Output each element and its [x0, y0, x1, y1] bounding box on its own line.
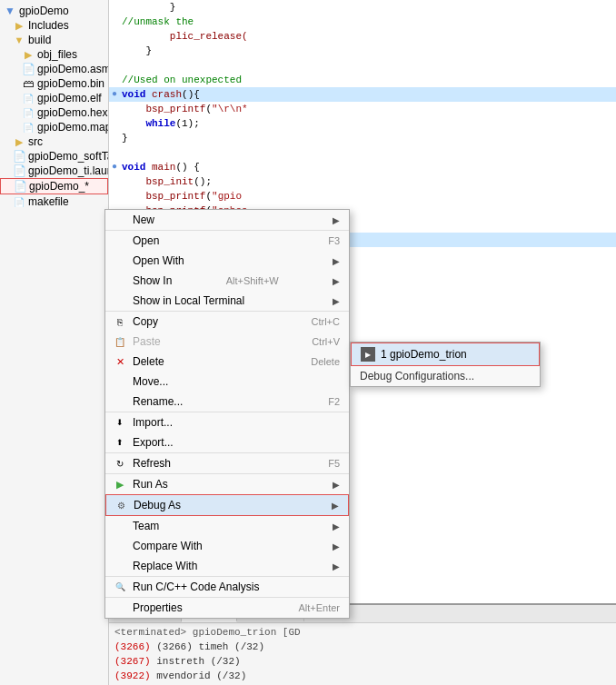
menu-label-rename: Rename...	[133, 395, 183, 408]
tree-item-elf[interactable]: 📄 gpioDemo.elf	[0, 91, 108, 105]
menu-item-replaceWith[interactable]: Replace With ▶	[105, 556, 349, 576]
shortcut-copy: Ctrl+C	[312, 316, 340, 327]
tree-item-src[interactable]: ▶ src	[0, 134, 108, 149]
tree-item-asm[interactable]: 📄 gpioDemo.asm	[0, 62, 108, 76]
tree-item-includes[interactable]: ▶ Includes	[0, 18, 108, 33]
menu-item-paste[interactable]: 📋 Paste Ctrl+V	[105, 332, 349, 352]
line-marker	[109, 44, 120, 58]
menu-item-team[interactable]: Team ▶	[105, 516, 349, 536]
delete-icon: ✕	[113, 354, 127, 369]
line-content: while(1);	[120, 116, 616, 131]
line-marker	[109, 145, 120, 160]
line-marker	[109, 102, 120, 116]
tree-item-map[interactable]: 📄 gpioDemo.map	[0, 120, 108, 134]
menu-item-properties[interactable]: Properties Alt+Enter	[105, 597, 349, 618]
shortcut-delete: Delete	[311, 356, 340, 367]
menu-item-showIn[interactable]: Show In Alt+Shift+W ▶	[105, 271, 349, 291]
tree-item-ti-launch[interactable]: 📄 gpioDemo_ti.launch	[0, 164, 108, 178]
console-num-3: (3922)	[114, 670, 156, 681]
line-content: }	[120, 131, 616, 145]
code-line: bsp_init();	[109, 174, 616, 189]
arrow-icon-showIn: ▶	[333, 276, 340, 286]
menu-label-paste: Paste	[133, 335, 161, 348]
code-line: //Used on unexpected	[109, 73, 616, 87]
debug-as-submenu: ▶ 1 gpioDemo_trion Debug Configurations.…	[350, 342, 541, 387]
line-content-crash: void crash(){	[120, 87, 616, 102]
file-icon-ti2: 📄	[14, 180, 26, 193]
shortcut-properties: Alt+Enter	[298, 602, 340, 613]
tree-item-obj_files[interactable]: ▶ obj_files	[0, 47, 108, 62]
tree-item-gpioDemo[interactable]: ▼ gpioDemo	[0, 4, 108, 18]
tree-item-build[interactable]: ▼ build	[0, 33, 108, 47]
console-text-3: mvendorid (/32)	[156, 670, 246, 681]
code-line: //unmask the	[109, 15, 616, 29]
menu-item-debugAs[interactable]: ⚙ Debug As ▶	[105, 494, 349, 516]
menu-label-cppAnalysis: Run C/C++ Code Analysis	[133, 581, 259, 593]
menu-item-showLocal[interactable]: Show in Local Terminal ▶	[105, 291, 349, 311]
import-icon: ⬇	[113, 415, 127, 430]
menu-item-cppAnalysis[interactable]: 🔍 Run C/C++ Code Analysis	[105, 576, 349, 597]
runAs-icon: ▶	[113, 477, 127, 491]
tree-label-bin: gpioDemo.bin	[37, 77, 104, 90]
arrow-icon-openWith: ▶	[333, 256, 340, 266]
line-content: bsp_printf("gpio	[120, 189, 616, 204]
folder-icon-obj: ▶	[22, 48, 35, 61]
debugAs-icon: ⚙	[114, 498, 128, 512]
line-content-main1: void main() {	[120, 160, 616, 174]
shortcut-open: F3	[328, 235, 340, 246]
submenu-item-debugConfigs[interactable]: Debug Configurations...	[351, 366, 540, 386]
console-content: <terminated> gpioDemo_trion [GD (3266) (…	[109, 623, 616, 685]
console-text-1: (3266) timeh (/32)	[156, 641, 264, 652]
menu-item-runAs[interactable]: ▶ Run As ▶	[105, 473, 349, 494]
tree-label-hex: gpioDemo.hex	[37, 106, 107, 119]
file-icon-makefile: 📄	[13, 195, 25, 208]
file-icon-hex: 📄	[22, 106, 35, 119]
menu-item-import[interactable]: ⬇ Import...	[105, 412, 349, 432]
tree-item-bin[interactable]: 🗃 gpioDemo.bin	[0, 76, 108, 91]
menu-item-copy[interactable]: ⎘ Copy Ctrl+C	[105, 311, 349, 332]
menu-label-replaceWith: Replace With	[133, 560, 197, 572]
menu-item-export[interactable]: ⬆ Export...	[105, 432, 349, 452]
line-content: }	[120, 44, 616, 58]
menu-item-refresh[interactable]: ↻ Refresh F5	[105, 452, 349, 473]
arrow-icon-runAs: ▶	[333, 480, 340, 490]
line-content: bsp_printf("\r\n*	[120, 102, 616, 116]
tree-item-hex[interactable]: 📄 gpioDemo.hex	[0, 105, 108, 120]
context-menu: New ▶ Open F3 Open With ▶ Show In Alt+Sh…	[104, 209, 350, 619]
line-content: //unmask the	[120, 15, 616, 29]
menu-item-open[interactable]: Open F3	[105, 230, 349, 251]
submenu-item-gpioDemo-trion[interactable]: ▶ 1 gpioDemo_trion	[351, 342, 540, 366]
tree-label-obj: obj_files	[37, 48, 77, 61]
code-line	[109, 58, 616, 73]
menu-item-delete[interactable]: ✕ Delete Delete	[105, 352, 349, 372]
shortcut-paste: Ctrl+V	[312, 336, 340, 347]
submenu-label-debugConfigs: Debug Configurations...	[360, 370, 474, 382]
console-num-1: (3266)	[114, 641, 156, 652]
file-icon-softTap: 📄	[13, 150, 25, 163]
menu-label-open: Open	[133, 234, 159, 247]
line-content: //Used on unexpected	[120, 73, 616, 87]
menu-item-openWith[interactable]: Open With ▶	[105, 251, 349, 271]
arrow-icon-replaceWith: ▶	[333, 561, 340, 571]
menu-label-team: Team	[133, 520, 159, 532]
tree-item-gpioDemo-ti2[interactable]: 📄 gpioDemo_*	[0, 178, 108, 194]
line-marker	[109, 15, 120, 29]
menu-item-compareWith[interactable]: Compare With ▶	[105, 536, 349, 556]
code-line: }	[109, 0, 616, 15]
menu-item-move[interactable]: Move...	[105, 372, 349, 392]
menu-item-new[interactable]: New ▶	[105, 210, 349, 230]
tree-label-ti-launch: gpioDemo_ti.launch	[28, 164, 109, 177]
menu-label-showLocal: Show in Local Terminal	[133, 294, 244, 307]
menu-label-delete: Delete	[133, 355, 164, 368]
tree-label-gpioDemo: gpioDemo	[19, 5, 69, 17]
tree-item-makefile[interactable]: 📄 makefile	[0, 194, 108, 209]
console-text-2: instreth (/32)	[156, 656, 240, 667]
line-marker-main1: ●	[109, 160, 120, 174]
main-container: ▼ gpioDemo ▶ Includes ▼ build ▶ obj_file…	[0, 0, 616, 685]
menu-item-rename[interactable]: Rename... F2	[105, 392, 349, 412]
menu-label-refresh: Refresh	[133, 457, 171, 470]
tree-item-softTap[interactable]: 📄 gpioDemo_softTap.launch	[0, 149, 108, 164]
code-line: plic_release(	[109, 29, 616, 44]
arrow-icon-debugAs: ▶	[332, 501, 339, 511]
file-icon-bin: 🗃	[22, 77, 35, 90]
